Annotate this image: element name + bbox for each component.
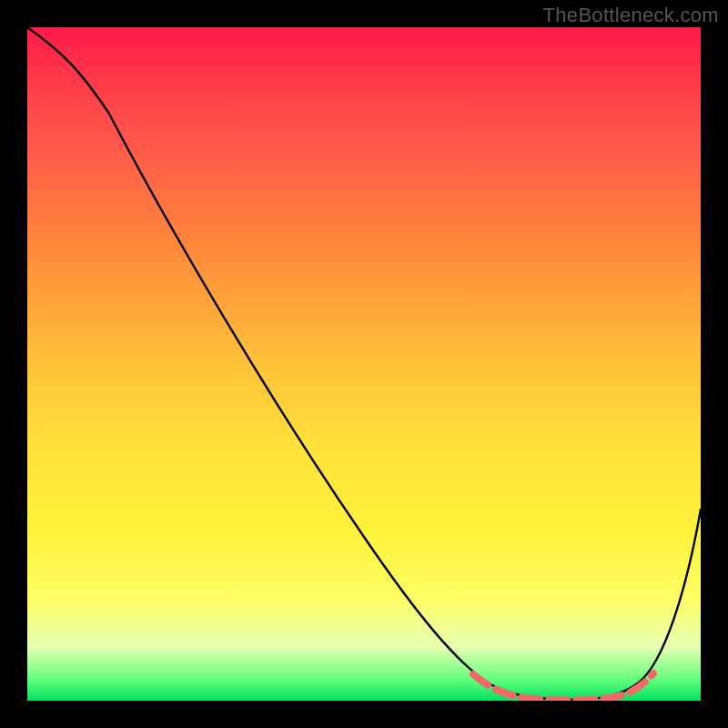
plot-area — [27, 27, 701, 701]
chart-svg — [27, 27, 701, 701]
optimal-range-dash — [473, 673, 653, 700]
bottleneck-curve — [27, 27, 701, 700]
watermark-text: TheBottleneck.com — [543, 4, 719, 27]
chart-frame: TheBottleneck.com — [0, 0, 728, 728]
